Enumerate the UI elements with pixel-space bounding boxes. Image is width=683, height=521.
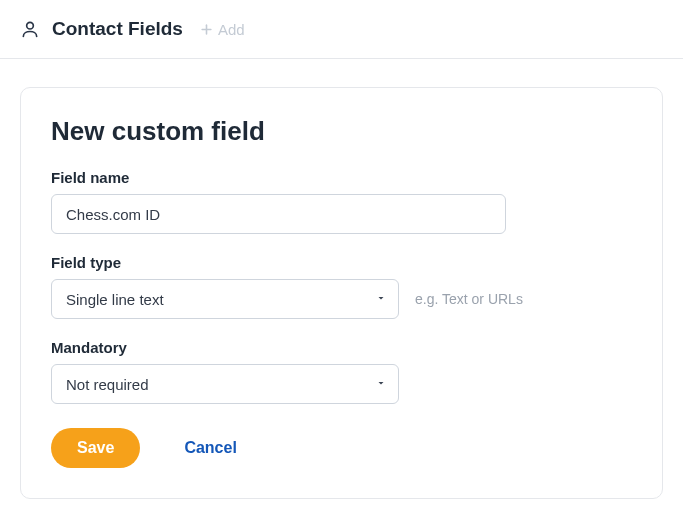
person-icon (20, 19, 40, 39)
add-button[interactable]: Add (199, 21, 245, 38)
page-title: Contact Fields (52, 18, 183, 40)
mandatory-label: Mandatory (51, 339, 632, 356)
svg-point-0 (27, 22, 34, 29)
cancel-button[interactable]: Cancel (184, 439, 236, 457)
field-name-group: Field name (51, 169, 632, 234)
field-name-input[interactable] (51, 194, 506, 234)
form-actions: Save Cancel (51, 428, 632, 468)
field-type-label: Field type (51, 254, 632, 271)
card-title: New custom field (51, 116, 632, 147)
save-button[interactable]: Save (51, 428, 140, 468)
new-field-card: New custom field Field name Field type S… (20, 87, 663, 499)
page-header: Contact Fields Add (0, 0, 683, 59)
field-type-select[interactable]: Single line text (51, 279, 399, 319)
plus-icon (199, 22, 214, 37)
field-type-group: Field type Single line text e.g. Text or… (51, 254, 632, 319)
mandatory-select[interactable]: Not required (51, 364, 399, 404)
field-name-label: Field name (51, 169, 632, 186)
mandatory-group: Mandatory Not required (51, 339, 632, 404)
add-label: Add (218, 21, 245, 38)
field-type-hint: e.g. Text or URLs (415, 291, 523, 307)
